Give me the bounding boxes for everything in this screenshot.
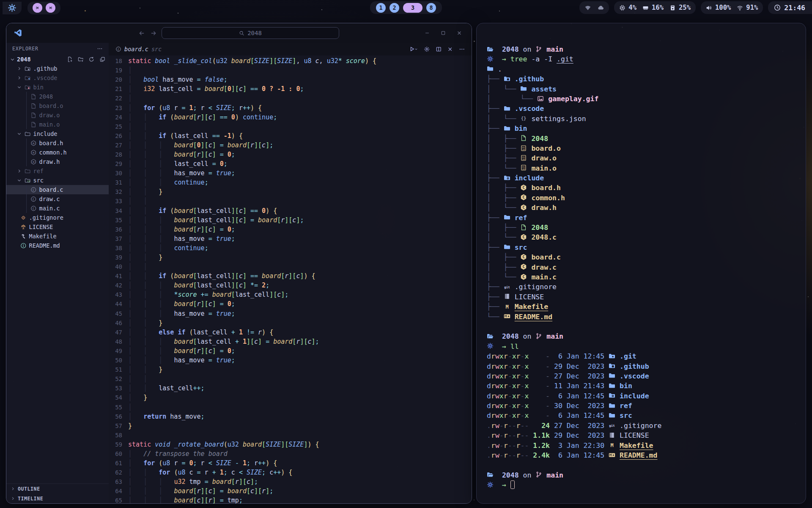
timeline-label: TIMELINE xyxy=(18,496,43,502)
editor-window[interactable]: 2048 EXPLORER 2048 .github.vscodebin2048… xyxy=(6,23,472,504)
file-label: README.md xyxy=(29,242,60,249)
workspace-3[interactable]: 3 xyxy=(403,3,422,13)
code-editor[interactable]: 18static bool _slide_col(u32 board[SIZE]… xyxy=(109,55,472,503)
line-number: 36 xyxy=(109,226,128,233)
terminal-cursor[interactable] xyxy=(510,480,515,489)
workspace-8[interactable]: 8 xyxy=(426,3,436,13)
code-line-20: 20│ bool has_move = false; xyxy=(109,75,472,84)
explorer-item-.github[interactable]: .github xyxy=(6,64,109,73)
terminal-window[interactable]: 2048 on main → tree -a -I .git .├── .git… xyxy=(476,23,806,504)
clock-widget[interactable]: 21:46 xyxy=(768,1,812,14)
editor-titlebar[interactable]: 2048 xyxy=(6,23,472,43)
code-line-42: 42│ │ │ board[last_cell][c] *= 2; xyxy=(109,281,472,290)
line-number: 23 xyxy=(109,105,128,111)
explorer-item-draw.h[interactable]: Hdraw.h xyxy=(6,157,109,166)
command-center-search[interactable]: 2048 xyxy=(162,27,339,39)
timeline-section[interactable]: TIMELINE xyxy=(6,494,109,503)
binary-icon: 0110 xyxy=(520,145,527,152)
explorer-item-draw.c[interactable]: Cdraw.c xyxy=(6,194,109,204)
explorer-item-board.h[interactable]: Hboard.h xyxy=(6,138,109,148)
code-line-34: 34│ │ if (board[last_cell][c] == 0) { xyxy=(109,206,472,215)
outline-section[interactable]: OUTLINE xyxy=(6,484,109,494)
tfolder-icon xyxy=(520,85,527,92)
collapse-all-button[interactable] xyxy=(99,56,106,63)
code-line-52: 52│ │ xyxy=(109,374,472,384)
code-line-49: 49│ │ │ board[r][c] = 0; xyxy=(109,346,472,356)
skip-back-button[interactable] xyxy=(33,3,42,13)
explorer-item-draw.o[interactable]: draw.o xyxy=(6,110,109,120)
disk-value: 25% xyxy=(679,4,691,11)
code-line-55: 55│ xyxy=(109,402,472,411)
nav-forward-button[interactable] xyxy=(150,30,156,36)
more-actions-icon[interactable] xyxy=(459,46,465,52)
explorer-item-bin[interactable]: bin xyxy=(6,83,109,92)
skip-back-icon xyxy=(35,6,40,10)
code-line-37: 37│ │ │ has_move = true; xyxy=(109,234,472,243)
split-editor-icon[interactable] xyxy=(436,46,442,52)
sinfo-icon xyxy=(20,243,27,249)
maximize-button[interactable] xyxy=(440,30,446,36)
weather-widget[interactable] xyxy=(579,1,609,14)
explorer-item-main.o[interactable]: main.o xyxy=(6,120,109,129)
terminal-line: │ ├── 0110 draw.o xyxy=(487,153,796,163)
line-number: 65 xyxy=(109,497,128,503)
run-debug-button[interactable] xyxy=(409,46,419,52)
tfolder-icon xyxy=(504,105,510,112)
line-number: 46 xyxy=(109,320,128,326)
code-line-31: 31│ │ │ continue; xyxy=(109,178,472,187)
explorer-item-README.md[interactable]: README.md xyxy=(6,241,109,250)
explorer-item-main.c[interactable]: Cmain.c xyxy=(6,204,109,213)
refresh-button[interactable] xyxy=(88,56,95,63)
workspace-1[interactable]: 1 xyxy=(376,3,386,13)
close-editor-icon[interactable] xyxy=(447,46,453,52)
line-number: 45 xyxy=(109,310,128,317)
terminal-line: ├── include xyxy=(487,173,796,183)
snowflake-icon xyxy=(487,342,494,349)
system-stats[interactable]: 4%16%25% xyxy=(614,1,696,14)
explorer-item-.gitignore[interactable]: .gitignore xyxy=(6,213,109,222)
sfile-icon xyxy=(30,112,37,119)
explorer-item-.vscode[interactable]: .vscode xyxy=(6,73,109,83)
tfolder-gear-icon xyxy=(504,174,510,181)
terminal-line: . xyxy=(487,64,796,74)
line-number: 32 xyxy=(109,188,128,195)
branch-icon xyxy=(535,471,542,478)
explorer-item-common.h[interactable]: Hcommon.h xyxy=(6,148,109,157)
code-line-57: 57} xyxy=(109,421,472,431)
code-line-23: 23│ for (u8 r = 1; r < SIZE; r++) { xyxy=(109,103,472,112)
explorer-item-src[interactable]: ()src xyxy=(6,176,109,185)
new-file-button[interactable] xyxy=(67,56,73,63)
terminal-line: ├── src xyxy=(487,243,796,252)
skip-forward-button[interactable] xyxy=(46,3,55,13)
workspace-2[interactable]: 2 xyxy=(390,3,399,13)
audio-network-status[interactable]: 100%91% xyxy=(701,1,763,14)
close-button[interactable] xyxy=(456,30,462,36)
explorer-item-board.c[interactable]: Cboard.c xyxy=(6,185,109,194)
disk-icon xyxy=(669,5,676,11)
line-number: 27 xyxy=(109,142,128,149)
explorer-root-folder[interactable]: 2048 xyxy=(6,55,109,64)
explorer-more-icon[interactable] xyxy=(97,46,103,52)
minimize-button[interactable] xyxy=(424,30,430,36)
nav-back-button[interactable] xyxy=(139,30,145,36)
terminal-line: ├── .vscode xyxy=(487,104,796,113)
file-label: .gitignore xyxy=(29,214,63,221)
speaker-icon xyxy=(706,5,712,11)
tab-board-c[interactable]: C board.c src xyxy=(115,46,162,52)
sfolder-icon xyxy=(25,131,31,137)
tfolder-github-icon xyxy=(609,362,615,369)
snowflake-icon xyxy=(487,55,494,62)
tfolder-icon xyxy=(609,372,615,379)
explorer-item-Makefile[interactable]: Makefile xyxy=(6,232,109,241)
skip-forward-icon xyxy=(48,6,53,10)
explorer-item-include[interactable]: include xyxy=(6,129,109,138)
launcher-button[interactable] xyxy=(3,2,22,14)
explorer-item-ref[interactable]: ref xyxy=(6,166,109,176)
settings-gear-icon[interactable] xyxy=(424,46,430,52)
line-number: 62 xyxy=(109,469,128,476)
explorer-item-board.o[interactable]: board.o xyxy=(6,101,109,110)
explorer-item-2048[interactable]: 2048 xyxy=(6,92,109,101)
new-folder-button[interactable] xyxy=(78,56,84,63)
hcirc-icon: H xyxy=(30,159,37,165)
explorer-item-LICENSE[interactable]: LICENSE xyxy=(6,222,109,232)
